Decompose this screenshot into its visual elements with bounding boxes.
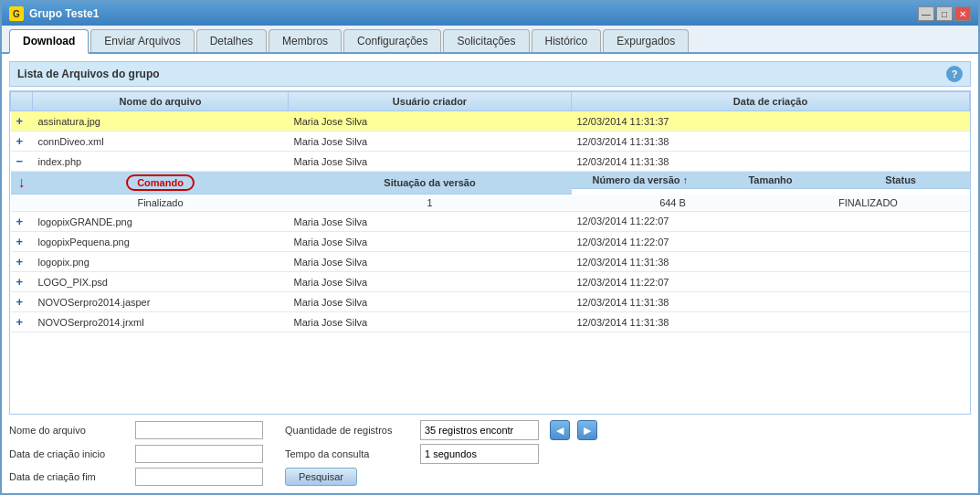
data-inicio-input[interactable] (135, 445, 263, 463)
tab-membros[interactable]: Membros (269, 29, 342, 52)
creator-cell: Maria Jose Silva (289, 252, 572, 272)
creator-cell: Maria Jose Silva (289, 312, 572, 332)
help-icon[interactable]: ? (946, 66, 963, 82)
expand-minus-icon[interactable]: − (16, 154, 24, 168)
filename-cell: LOGO_PIX.psd (33, 272, 289, 292)
tab-detalhes[interactable]: Detalhes (196, 29, 267, 52)
section-header: Lista de Arquivos do grupo ? (9, 61, 971, 87)
th-expand (11, 92, 33, 111)
pesquisar-button[interactable]: Pesquisar (285, 468, 357, 486)
sub-data-numero: 1 (289, 195, 572, 212)
section-title: Lista de Arquivos do grupo (17, 68, 160, 80)
expand-plus-icon[interactable]: + (16, 215, 24, 228)
data-fim-label: Data de criação fim (9, 471, 128, 482)
filename-text: assinatura.jpg (38, 116, 101, 127)
sub-data-tamanho-status: 644 B FINALIZADO (572, 195, 970, 212)
date-cell: 12/03/2014 11:31:38 (572, 292, 970, 312)
window-controls: — □ ✕ (918, 6, 971, 21)
expand-plus-icon[interactable]: + (16, 114, 24, 128)
nome-input[interactable] (135, 421, 263, 439)
creator-cell: Maria Jose Silva (289, 132, 572, 152)
minimize-button[interactable]: — (918, 6, 934, 21)
comando-badge: Comando (126, 174, 195, 191)
expand-plus-icon[interactable]: + (16, 134, 24, 148)
date-cell: 12/03/2014 11:31:38 (572, 132, 970, 152)
date-cell: 12/03/2014 11:22:07 (572, 272, 970, 292)
expand-cell[interactable]: + (11, 252, 33, 272)
sub-tamanho-value: 644 B (577, 197, 769, 208)
form-row-1: Nome do arquivo Quantidade de registros … (9, 420, 971, 440)
filename-cell: connDiveo.xml (33, 132, 289, 152)
file-table: Nome do arquivo Usuário criador Data de … (10, 91, 970, 332)
filename-cell: logopixGRANDE.png (33, 212, 289, 232)
title-bar: G Grupo Teste1 — □ ✕ (2, 2, 978, 26)
expand-cell[interactable]: + (11, 232, 33, 252)
creator-cell: Maria Jose Silva (289, 272, 572, 292)
table-row: + assinatura.jpg Maria Jose Silva 12/03/… (11, 111, 970, 132)
nav-next-button[interactable]: ▶ (577, 420, 597, 440)
table-row: + logopixPequena.png Maria Jose Silva 12… (11, 232, 970, 252)
sub-status-value: FINALIZADO (773, 197, 964, 208)
nav-prev-button[interactable]: ◀ (550, 420, 570, 440)
tab-enviar-arquivos[interactable]: Enviar Arquivos (90, 29, 194, 52)
form-row-3: Data de criação fim Pesquisar (9, 468, 971, 486)
date-cell: 12/03/2014 11:22:07 (572, 232, 970, 252)
expand-cell[interactable]: + (11, 292, 33, 312)
table-row: + logopixGRANDE.png Maria Jose Silva 12/… (11, 212, 970, 232)
expand-cell[interactable]: + (11, 132, 33, 152)
th-filename: Nome do arquivo (33, 92, 289, 111)
sub-num-header: Número da versão ↑ Tamanho Status (572, 172, 970, 189)
expand-plus-icon[interactable]: + (16, 275, 24, 289)
qtd-input[interactable] (420, 420, 539, 440)
date-cell: 12/03/2014 11:22:07 (572, 212, 970, 232)
sub-header-row: ↓ Comando Situação da versão Número da v… (11, 172, 970, 195)
tab-solicitacoes[interactable]: Solicitações (443, 29, 529, 52)
expand-plus-icon[interactable]: + (16, 255, 24, 269)
expand-plus-icon[interactable]: + (16, 315, 24, 329)
expand-cell[interactable]: + (11, 272, 33, 292)
tab-configuracoes[interactable]: Configurações (343, 29, 441, 52)
tempo-input[interactable] (420, 444, 539, 464)
creator-cell: Maria Jose Silva (289, 232, 572, 252)
nome-label: Nome do arquivo (9, 425, 128, 436)
expand-cell[interactable]: − (11, 152, 33, 172)
window-title: Grupo Teste1 (29, 7, 99, 20)
sub-data-empty (11, 195, 33, 212)
table-row: − index.php Maria Jose Silva 12/03/2014 … (11, 152, 970, 172)
table-row: + LOGO_PIX.psd Maria Jose Silva 12/03/20… (11, 272, 970, 292)
file-table-container[interactable]: Nome do arquivo Usuário criador Data de … (9, 90, 971, 415)
sub-cmd-header: Comando (33, 172, 289, 195)
table-row: + NOVOSerpro2014.jasper Maria Jose Silva… (11, 292, 970, 312)
app-icon: G (9, 6, 24, 21)
bottom-form: Nome do arquivo Quantidade de registros … (9, 420, 971, 486)
tab-historico[interactable]: Histórico (532, 29, 602, 52)
maximize-button[interactable]: □ (936, 6, 953, 21)
close-button[interactable]: ✕ (954, 6, 971, 21)
filename-cell: index.php (33, 152, 289, 172)
sub-status-header: Status (838, 174, 964, 185)
creator-text: Maria Jose Silva (294, 116, 368, 127)
data-fim-input[interactable] (135, 468, 263, 486)
date-text: 12/03/2014 11:31:37 (577, 116, 669, 127)
filename-cell: assinatura.jpg (33, 111, 289, 132)
creator-cell: Maria Jose Silva (289, 111, 572, 132)
expand-plus-icon[interactable]: + (16, 295, 24, 309)
main-content: Lista de Arquivos do grupo ? Nome do arq… (2, 54, 978, 493)
table-row: + logopix.png Maria Jose Silva 12/03/201… (11, 252, 970, 272)
data-inicio-label: Data de criação inicio (9, 448, 128, 459)
title-bar-left: G Grupo Teste1 (9, 6, 99, 21)
tab-download[interactable]: Download (9, 29, 89, 54)
table-row: + connDiveo.xml Maria Jose Silva 12/03/2… (11, 132, 970, 152)
tab-expurgados[interactable]: Expurgados (603, 29, 689, 52)
expand-plus-icon[interactable]: + (16, 235, 24, 248)
creator-cell: Maria Jose Silva (289, 152, 572, 172)
th-date: Data de criação (572, 92, 970, 111)
filename-cell: logopix.png (33, 252, 289, 272)
creator-cell: Maria Jose Silva (289, 292, 572, 312)
filename-cell: NOVOSerpro2014.jrxml (33, 312, 289, 332)
expand-cell[interactable]: + (11, 212, 33, 232)
date-cell: 12/03/2014 11:31:38 (572, 252, 970, 272)
expand-cell[interactable]: + (11, 111, 33, 132)
expand-cell[interactable]: + (11, 312, 33, 332)
filename-cell: logopixPequena.png (33, 232, 289, 252)
